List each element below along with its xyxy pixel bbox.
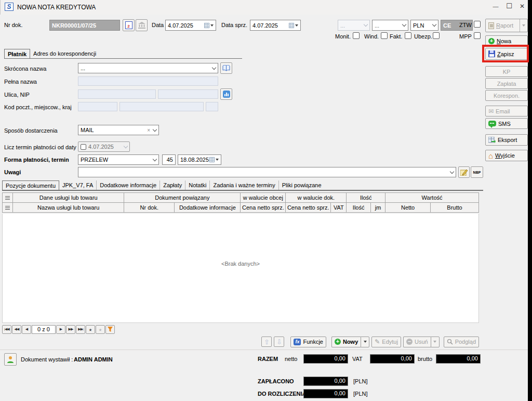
mpp-checkbox[interactable] — [474, 32, 481, 39]
kp-button[interactable]: KP — [485, 66, 528, 77]
tab-dodatkowe-informacje[interactable]: Dodatkowe informacje — [97, 180, 160, 190]
combo-a[interactable]: ... — [338, 20, 370, 31]
col-ilosc[interactable]: Ilość — [347, 203, 370, 213]
pager-prev-page-button[interactable]: ◀◀ — [12, 325, 21, 334]
chevron-down-icon[interactable] — [522, 24, 525, 27]
email-button[interactable]: ✉ Email — [485, 106, 528, 117]
pager-star-button[interactable]: * — [86, 325, 95, 334]
col-wartosc-group[interactable]: Wartość — [385, 193, 479, 203]
tab-jpk[interactable]: JPK_V7, FA — [59, 180, 97, 190]
uwagi-combo[interactable] — [78, 167, 456, 177]
move-up-button[interactable]: ⇧ — [261, 337, 272, 347]
zapisz-button[interactable]: Zapisz — [485, 48, 528, 60]
pager-star-dim-button[interactable]: * — [96, 325, 105, 334]
chevron-down-icon[interactable] — [153, 127, 157, 131]
funkcje-button[interactable]: fx Funkcje — [290, 337, 326, 347]
korespon-button[interactable]: Korespon. — [485, 90, 528, 101]
chevron-down-icon[interactable] — [212, 65, 216, 69]
gus-button[interactable] — [220, 88, 232, 100]
col-vat[interactable]: VAT — [331, 203, 347, 213]
user-button[interactable] — [4, 353, 17, 366]
tab-pliki-powiazane[interactable]: Pliki powiązane — [279, 180, 325, 190]
chevron-down-icon[interactable] — [153, 157, 157, 161]
col-cena-netto-obca[interactable]: Cena netto sprz. — [241, 203, 286, 213]
pager-prev-button[interactable]: ◀ — [22, 325, 31, 334]
tab-platnik[interactable]: Płatnik — [4, 49, 30, 58]
raport-button[interactable]: Raport — [485, 19, 528, 32]
col-dokument-powiazany[interactable]: Dokument powiązany — [124, 193, 241, 203]
pager-next-page-button[interactable]: ▶▶ — [66, 325, 75, 334]
calendar-dropdown-icon[interactable] — [210, 24, 214, 27]
tab-zadania[interactable]: Zadania i ważne terminy — [210, 180, 278, 190]
pager-last-button[interactable]: ▶▶| — [76, 325, 85, 334]
ztw-checkbox[interactable] — [474, 21, 481, 28]
eksport-button[interactable]: Eksport — [485, 134, 528, 146]
sms-button[interactable]: SMS — [485, 118, 528, 129]
tab-notatki[interactable]: Notatki — [185, 180, 210, 190]
tab-pozycje-dokumentu[interactable]: Pozycje dokumentu — [2, 180, 59, 190]
wind-checkbox[interactable] — [381, 32, 388, 39]
usun-button[interactable]: – Usuń — [403, 337, 431, 347]
nr-dok-field[interactable]: NKR00001/07/25 — [49, 20, 120, 31]
forma-platnosci-combo[interactable]: PRZELEW — [78, 154, 159, 165]
termin-dni-field[interactable]: 45 — [162, 154, 176, 165]
nbp-button[interactable]: NBP — [471, 166, 483, 178]
pager-first-button[interactable]: |◀◀ — [2, 325, 11, 334]
col-dodatkowe-informacje[interactable]: Dodatkowe informacje — [175, 203, 241, 213]
data-sprz-field[interactable]: 4.07.2025 — [250, 20, 301, 31]
move-down-button[interactable]: ⇩ — [274, 337, 284, 347]
sposob-dostarczenia-combo[interactable]: MAIL × — [78, 125, 159, 135]
col-w-walucie-dok[interactable]: w walucie dok. — [286, 193, 347, 203]
zaplata-button[interactable]: Zapłata — [485, 78, 528, 89]
usun-dropdown-button[interactable] — [431, 337, 440, 347]
termin-data-field[interactable]: 18.08.2025 — [178, 154, 221, 165]
combo-b[interactable]: ... — [372, 20, 408, 31]
tab-zaplaty[interactable]: Zapłaty — [160, 180, 185, 190]
maximize-button[interactable]: ☐ — [503, 1, 515, 11]
col-w-walucie-obcej[interactable]: w walucie obcej — [241, 193, 286, 203]
col-ilosc-group[interactable]: Ilość — [347, 193, 385, 203]
uwagi-edit-button[interactable] — [458, 166, 470, 178]
skrocona-nazwa-combo[interactable]: ... — [78, 63, 218, 73]
pager-next-button[interactable]: ▶ — [56, 325, 65, 334]
numbering-button[interactable]: 2 — [123, 19, 135, 31]
col-jm[interactable]: jm — [370, 203, 385, 213]
monit-checkbox[interactable] — [353, 32, 360, 39]
calendar-dropdown-icon[interactable] — [295, 24, 298, 27]
nowa-button[interactable]: + Nowa — [485, 35, 528, 46]
chevron-down-icon[interactable] — [124, 144, 128, 148]
bank-button[interactable] — [136, 19, 148, 31]
licz-termin-checkbox[interactable] — [81, 144, 86, 150]
nr-dok-label: Nr dok. — [4, 22, 22, 28]
column-menu-cell[interactable] — [3, 193, 13, 203]
col-netto[interactable]: Netto — [385, 203, 431, 213]
col-nazwa-uslugi[interactable]: Nazwa usługi lub towaru — [13, 203, 124, 213]
minimize-button[interactable]: — — [490, 1, 501, 11]
wyjscie-button[interactable]: ⌂ Wyjście — [485, 150, 528, 161]
podglad-button[interactable]: Podgląd — [444, 337, 479, 347]
chevron-down-icon[interactable] — [364, 22, 368, 27]
ubezp-checkbox[interactable] — [433, 32, 440, 39]
clear-icon[interactable]: × — [147, 127, 150, 133]
column-menu-cell[interactable] — [3, 203, 13, 213]
calendar-dropdown-icon[interactable] — [216, 159, 219, 161]
chevron-down-icon[interactable] — [402, 22, 406, 27]
col-cena-netto-dok[interactable]: Cena netto sprz. — [286, 203, 331, 213]
chevron-down-icon[interactable] — [432, 22, 436, 27]
nowy-dropdown-button[interactable] — [361, 337, 369, 347]
kontrahent-lookup-button[interactable] — [220, 62, 232, 74]
fakt-checkbox[interactable] — [405, 32, 411, 39]
currency-combo[interactable]: PLN — [410, 20, 438, 31]
data-field[interactable]: 4.07.2025 — [165, 20, 216, 31]
licz-termin-control[interactable]: 4.07.2025 — [78, 141, 130, 152]
close-button[interactable]: ✕ — [516, 1, 528, 11]
col-dane-uslugi[interactable]: Dane usługi lub towaru — [13, 193, 124, 203]
pager-filter-button[interactable] — [105, 325, 115, 334]
nowy-button[interactable]: + Nowy — [331, 337, 361, 347]
col-brutto[interactable]: Brutto — [431, 203, 479, 213]
items-table-body[interactable]: <Brak danych> — [2, 214, 479, 323]
tab-adres-korespondencji[interactable]: Adres do korespondencji — [30, 49, 99, 58]
edytuj-button[interactable]: ✎ Edytuj — [371, 337, 401, 347]
chevron-down-icon[interactable] — [450, 169, 454, 173]
col-nr-dok[interactable]: Nr dok. — [124, 203, 175, 213]
